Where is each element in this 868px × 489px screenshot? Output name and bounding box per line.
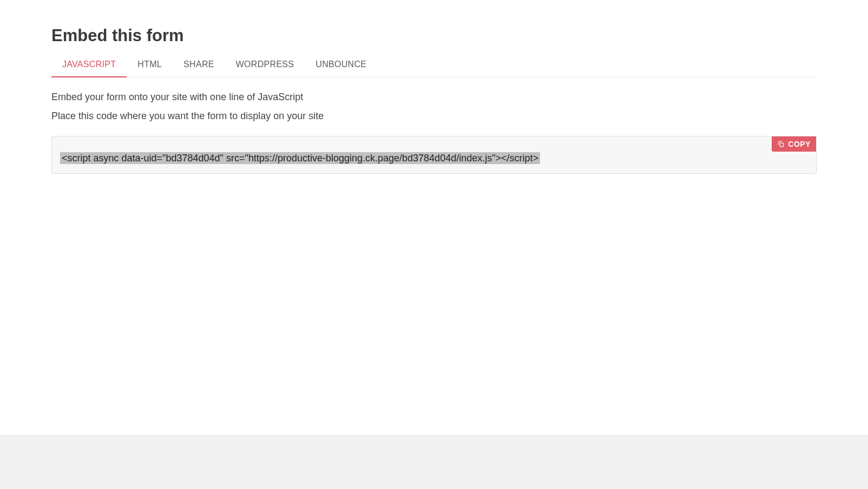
- tab-javascript[interactable]: JAVASCRIPT: [51, 54, 127, 77]
- tab-wordpress[interactable]: WORDPRESS: [225, 54, 305, 77]
- instruction-text: Place this code where you want the form …: [51, 110, 817, 122]
- footer-bar: [0, 435, 868, 489]
- copy-button[interactable]: COPY: [772, 136, 816, 152]
- copy-icon: [777, 140, 785, 148]
- tab-share[interactable]: SHARE: [173, 54, 225, 77]
- embed-code-text[interactable]: <script async data-uid="bd3784d04d" src=…: [60, 152, 540, 164]
- page-title: Embed this form: [51, 26, 817, 45]
- tab-unbounce[interactable]: UNBOUNCE: [305, 54, 377, 77]
- embed-code-box: COPY <script async data-uid="bd3784d04d"…: [51, 136, 817, 174]
- svg-rect-0: [780, 143, 784, 146]
- copy-button-label: COPY: [788, 140, 811, 148]
- tab-html[interactable]: HTML: [127, 54, 173, 77]
- tabs-bar: JAVASCRIPT HTML SHARE WORDPRESS UNBOUNCE: [51, 54, 817, 77]
- description-text: Embed your form onto your site with one …: [51, 92, 817, 103]
- main-container: Embed this form JAVASCRIPT HTML SHARE WO…: [0, 0, 868, 174]
